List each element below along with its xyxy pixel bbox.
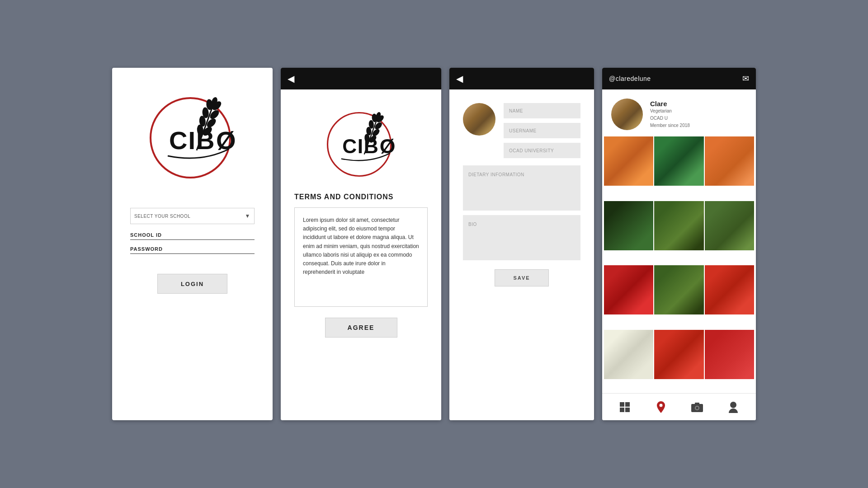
feed-icon[interactable] bbox=[617, 399, 633, 415]
bio-placeholder: BIO bbox=[468, 222, 477, 227]
svg-rect-29 bbox=[625, 408, 630, 412]
name-field[interactable]: NAME bbox=[504, 103, 580, 118]
school-select[interactable]: SELECT YOUR SCHOOL ▼ bbox=[130, 208, 255, 224]
dropdown-arrow-icon: ▼ bbox=[245, 213, 250, 219]
svg-rect-26 bbox=[620, 402, 624, 407]
gallery-item[interactable] bbox=[604, 330, 653, 379]
gallery-item[interactable] bbox=[705, 136, 754, 186]
gallery-item[interactable] bbox=[705, 201, 754, 250]
terms-title: TERMS AND CONDITIONS bbox=[294, 193, 393, 201]
profile-edit-content: NAME USERNAME OCAD UNIVERSITY DIETARY IN… bbox=[449, 89, 594, 420]
school-id-row: SCHOOL ID bbox=[130, 232, 255, 240]
gallery-item[interactable] bbox=[654, 330, 703, 379]
gallery-item[interactable] bbox=[705, 330, 754, 379]
bio-field[interactable]: BIO bbox=[463, 215, 580, 260]
avatar[interactable] bbox=[463, 103, 495, 136]
svg-text:CIB: CIB bbox=[342, 135, 379, 157]
gallery-item[interactable] bbox=[705, 265, 754, 314]
username-display: @claredelune bbox=[609, 75, 651, 82]
login-screen: CIB Ø SELECT YOUR SCHOOL ▼ SCHOOL ID PAS… bbox=[112, 68, 273, 420]
save-button[interactable]: SAVE bbox=[495, 269, 549, 286]
top-bar-3: ◀ bbox=[449, 68, 594, 89]
save-btn-row: SAVE bbox=[463, 269, 580, 286]
terms-text: Lorem ipsum dolor sit amet, consectetur … bbox=[303, 217, 419, 275]
profile-name: Clare bbox=[650, 100, 690, 108]
name-placeholder: NAME bbox=[509, 108, 523, 113]
profile-diet: Vegetarian bbox=[650, 108, 690, 115]
gallery-item[interactable] bbox=[654, 136, 703, 186]
profile-edit-screen: ◀ NAME USERNAME OCAD UNIVERSITY bbox=[449, 68, 594, 420]
top-bar-4: @claredelune ✉ bbox=[602, 68, 756, 89]
svg-point-33 bbox=[696, 407, 698, 409]
school-placeholder: OCAD UNIVERSITY bbox=[509, 148, 554, 153]
dietary-placeholder: DIETARY INFORMATION bbox=[468, 172, 524, 177]
mail-icon[interactable]: ✉ bbox=[742, 74, 749, 84]
login-form: SELECT YOUR SCHOOL ▼ SCHOOL ID PASSWORD … bbox=[130, 208, 255, 294]
avatar-large bbox=[611, 99, 643, 130]
terms-text-box[interactable]: Lorem ipsum dolor sit amet, consectetur … bbox=[294, 207, 428, 307]
gallery-item[interactable] bbox=[604, 201, 653, 250]
username-field[interactable]: USERNAME bbox=[504, 123, 580, 138]
school-select-label: SELECT YOUR SCHOOL bbox=[134, 214, 190, 219]
gallery-content: Clare Vegetarian OCAD U Member since 201… bbox=[602, 89, 756, 420]
gallery-grid bbox=[602, 136, 756, 393]
gallery-item[interactable] bbox=[654, 201, 703, 250]
agree-button[interactable]: AGREE bbox=[325, 318, 397, 338]
svg-rect-34 bbox=[695, 403, 699, 404]
gallery-item[interactable] bbox=[654, 265, 703, 314]
profile-school: OCAD U bbox=[650, 115, 690, 122]
username-placeholder: USERNAME bbox=[509, 128, 537, 133]
svg-point-35 bbox=[730, 402, 736, 408]
bottom-navigation bbox=[602, 393, 756, 420]
cibo-logo: CIB Ø bbox=[143, 86, 242, 185]
password-input[interactable] bbox=[171, 246, 255, 252]
gallery-item[interactable] bbox=[604, 265, 653, 314]
profile-since: Member since 2018 bbox=[650, 122, 690, 129]
gallery-item[interactable] bbox=[604, 136, 653, 186]
login-button[interactable]: LOGIN bbox=[157, 274, 227, 294]
school-id-input[interactable] bbox=[171, 232, 255, 238]
profile-info: Clare Vegetarian OCAD U Member since 201… bbox=[650, 100, 690, 129]
profile-fields: NAME USERNAME OCAD UNIVERSITY bbox=[504, 103, 580, 158]
camera-icon[interactable] bbox=[689, 399, 705, 415]
terms-content: CIB Ø TERMS AND CONDITIONS Lorem ipsum d… bbox=[281, 89, 441, 420]
school-id-label: SCHOOL ID bbox=[130, 232, 171, 238]
svg-text:CIB: CIB bbox=[169, 126, 215, 155]
profile-header: Clare Vegetarian OCAD U Member since 201… bbox=[602, 89, 756, 136]
terms-screen: ◀ CIB Ø bbox=[281, 68, 441, 420]
location-icon[interactable] bbox=[653, 399, 669, 415]
cibo-logo-small: CIB Ø bbox=[321, 103, 401, 182]
school-field[interactable]: OCAD UNIVERSITY bbox=[504, 143, 580, 158]
back-arrow-icon[interactable]: ◀ bbox=[288, 73, 294, 84]
profile-gallery-screen: @claredelune ✉ Clare Vegetarian OCAD U M… bbox=[602, 68, 756, 420]
profile-icon[interactable] bbox=[725, 399, 741, 415]
password-label: PASSWORD bbox=[130, 246, 171, 252]
back-arrow-icon-3[interactable]: ◀ bbox=[456, 73, 463, 84]
dietary-field[interactable]: DIETARY INFORMATION bbox=[463, 165, 580, 211]
avatar-row: NAME USERNAME OCAD UNIVERSITY bbox=[463, 103, 580, 158]
svg-point-30 bbox=[660, 404, 663, 407]
svg-rect-28 bbox=[620, 408, 624, 412]
password-row: PASSWORD bbox=[130, 246, 255, 254]
top-bar: ◀ bbox=[281, 68, 441, 89]
svg-rect-27 bbox=[625, 402, 630, 407]
